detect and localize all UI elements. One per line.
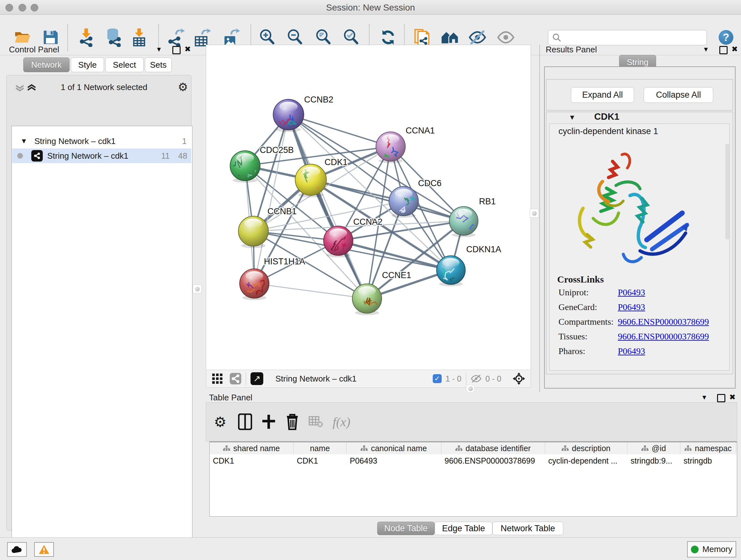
network-collection-row[interactable]: ▼ String Network – cdk1 1: [12, 134, 191, 148]
column-header-canonical-name[interactable]: canonical name: [347, 442, 441, 454]
share-view-icon[interactable]: [230, 373, 241, 384]
gene-entry-section: ▼ CDK1 cyclin-dependent kinase 1: [546, 112, 733, 374]
node-label-CDKN1A: CDKN1A: [466, 245, 501, 254]
crosslink-link[interactable]: P06493: [618, 287, 645, 298]
column-label: @id: [652, 444, 666, 453]
expand-all-icon[interactable]: [26, 84, 38, 92]
crosslink-row: Uniprot:P06493: [549, 287, 728, 301]
tab-network-table[interactable]: Network Table: [492, 522, 563, 535]
grid-view-icon[interactable]: [212, 373, 223, 384]
column-header-name[interactable]: name: [293, 442, 347, 454]
column-label: database identifier: [466, 444, 531, 453]
network-view-toolbar: ↗ String Network – cdk1 ✓ 1 - 0 0 - 0: [206, 370, 531, 388]
panel-menu-icon[interactable]: ▾: [157, 45, 161, 53]
crosslink-link[interactable]: 9606.ENSP00000378699: [618, 331, 709, 341]
expand-all-button[interactable]: Expand All: [571, 87, 634, 103]
crosslink-row: Tissues:9606.ENSP00000378699: [549, 331, 728, 346]
panel-close-icon[interactable]: ✖: [185, 45, 191, 53]
crosslink-link[interactable]: P06493: [618, 302, 645, 312]
search-input[interactable]: [562, 33, 703, 43]
crosslink-link[interactable]: P06493: [618, 346, 645, 356]
memory-button[interactable]: Memory: [687, 541, 736, 557]
table-cell[interactable]: stringdb: [680, 455, 736, 467]
results-panel: Results Panel ▾ ✖ String Expand All Coll…: [539, 45, 741, 392]
node-label-HIST1H1A: HIST1H1A: [264, 257, 305, 266]
column-type-icon: [360, 445, 367, 451]
crosslinks-title: CrossLinks: [557, 274, 604, 285]
fit-content-crosshair-icon[interactable]: [512, 372, 526, 385]
crosslink-row: Compartments:9606.ENSP00000378699: [549, 317, 728, 331]
function-builder-icon: f(x): [331, 412, 352, 432]
table-gear-icon[interactable]: ⚙: [210, 412, 230, 432]
collection-caret-icon[interactable]: ▼: [20, 137, 27, 145]
horizontal-splitter-handle[interactable]: [466, 384, 475, 393]
delete-column-icon[interactable]: [282, 412, 302, 432]
crosslink-label: Pharos:: [558, 346, 585, 356]
table-cell[interactable]: CDK1: [210, 455, 293, 467]
network-node-CCNA1[interactable]: CCNA1: [376, 126, 435, 163]
node-label-CDC6: CDC6: [418, 179, 442, 188]
control-panel-title: Control Panel: [9, 45, 59, 55]
column-type-icon: [455, 445, 462, 451]
node-table[interactable]: shared namenamecanonical namedatabase id…: [209, 442, 737, 516]
panel-close-icon[interactable]: ✖: [729, 393, 736, 401]
column-header-shared-name[interactable]: shared name: [210, 442, 293, 454]
network-node-count: 11: [161, 151, 170, 161]
column-header-@id[interactable]: @id: [627, 442, 680, 454]
table-cell[interactable]: CDK1: [293, 455, 347, 467]
crosslink-link[interactable]: 9606.ENSP00000378699: [618, 317, 709, 327]
cloud-button[interactable]: [7, 542, 27, 557]
table-cell[interactable]: cyclin-dependent ...: [545, 455, 627, 467]
panel-menu-icon[interactable]: ▾: [702, 393, 706, 401]
selected-checkbox-icon[interactable]: ✓: [433, 374, 442, 383]
control-panel: Control Panel ▾ ✖ NetworkStyleSelectSets…: [4, 45, 192, 530]
string-network-icon: [31, 150, 43, 162]
tab-style[interactable]: Style: [71, 57, 104, 72]
show-columns-icon[interactable]: [235, 412, 255, 432]
node-label-CCNB2: CCNB2: [304, 95, 333, 105]
panel-close-icon[interactable]: ✖: [731, 45, 738, 53]
network-node-CDKN1A[interactable]: CDKN1A: [436, 245, 501, 287]
tab-edge-table[interactable]: Edge Table: [434, 522, 492, 535]
column-header-database-identifier[interactable]: database identifier: [441, 442, 545, 454]
table-toolbar: ⚙ f(x): [206, 402, 737, 441]
results-panel-title: Results Panel: [546, 45, 597, 55]
column-header-namespac[interactable]: namespac: [680, 442, 736, 454]
warning-button[interactable]: [34, 542, 54, 557]
table-cell[interactable]: stringdb:9...: [627, 455, 680, 467]
hidden-eye-icon: [471, 374, 482, 383]
panel-float-icon[interactable]: [719, 46, 728, 56]
network-graph[interactable]: CCNB2CCNA1CDC25BCDK1CDC6RB1CCNB1CCNA2CDK…: [206, 45, 531, 370]
open-in-window-icon[interactable]: ↗: [251, 372, 263, 385]
hidden-node-edge-counts: 0 - 0: [485, 374, 501, 383]
network-edge-count: 48: [178, 151, 187, 161]
collapse-all-icon[interactable]: [15, 84, 26, 92]
entry-caret-icon[interactable]: ▼: [569, 113, 576, 122]
table-cell[interactable]: P06493: [347, 455, 441, 467]
vertical-splitter-handle[interactable]: [193, 285, 202, 294]
gear-icon[interactable]: ⚙: [178, 80, 188, 94]
add-column-icon[interactable]: [259, 412, 279, 432]
vertical-splitter-handle[interactable]: [530, 209, 539, 218]
collapse-all-button[interactable]: Collapse All: [644, 87, 713, 103]
current-network-dot-icon: [17, 153, 23, 159]
column-label: name: [310, 444, 330, 453]
network-node-CCNB1[interactable]: CCNB1: [239, 206, 297, 248]
network-row[interactable]: String Network – cdk1 11 48: [12, 148, 191, 163]
tab-node-table[interactable]: Node Table: [377, 522, 434, 535]
column-type-icon: [562, 445, 569, 451]
tab-select[interactable]: Select: [105, 57, 144, 72]
network-canvas[interactable]: CCNB2CCNA1CDC25BCDK1CDC6RB1CCNB1CCNA2CDK…: [206, 45, 531, 370]
panel-float-icon[interactable]: [172, 46, 181, 56]
panel-menu-icon[interactable]: ▾: [704, 45, 708, 53]
column-header-description[interactable]: description: [545, 442, 627, 454]
tab-network[interactable]: Network: [23, 57, 70, 72]
network-node-RB1[interactable]: RB1: [449, 197, 496, 237]
network-node-HIST1H1A[interactable]: HIST1H1A: [240, 257, 305, 300]
memory-status-dot-icon: [691, 546, 698, 553]
results-scrollbar[interactable]: [725, 144, 729, 240]
search-field[interactable]: [548, 30, 707, 45]
tab-sets[interactable]: Sets: [145, 57, 172, 72]
table-cell[interactable]: 9606.ENSP00000378699: [441, 455, 545, 467]
help-button[interactable]: ?: [719, 30, 733, 45]
